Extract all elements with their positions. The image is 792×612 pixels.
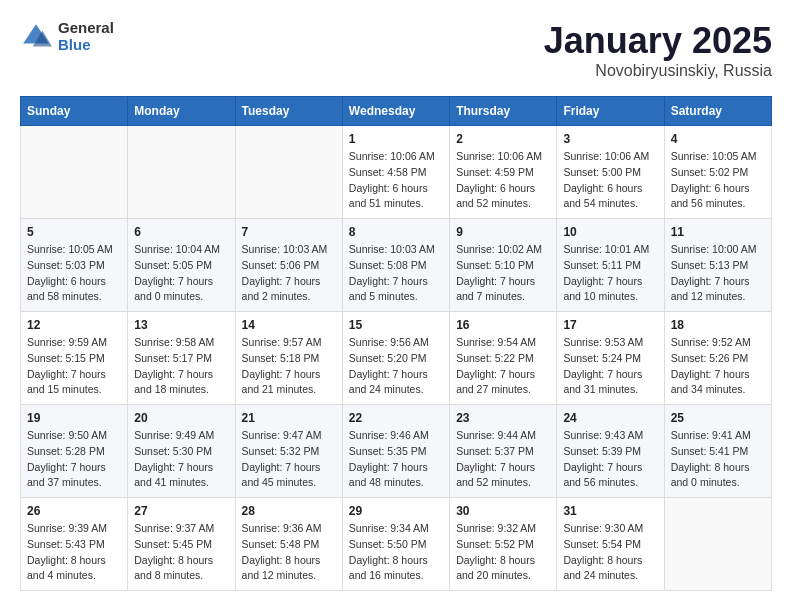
day-info: Sunrise: 9:57 AM Sunset: 5:18 PM Dayligh… [242,335,336,398]
calendar-cell: 23Sunrise: 9:44 AM Sunset: 5:37 PM Dayli… [450,405,557,498]
day-number: 29 [349,504,443,518]
day-number: 20 [134,411,228,425]
calendar-title: January 2025 [544,20,772,62]
calendar-body: 1Sunrise: 10:06 AM Sunset: 4:58 PM Dayli… [21,126,772,591]
calendar-header: SundayMondayTuesdayWednesdayThursdayFrid… [21,97,772,126]
day-of-week-header: Friday [557,97,664,126]
day-info: Sunrise: 9:53 AM Sunset: 5:24 PM Dayligh… [563,335,657,398]
day-info: Sunrise: 9:39 AM Sunset: 5:43 PM Dayligh… [27,521,121,584]
calendar-cell: 13Sunrise: 9:58 AM Sunset: 5:17 PM Dayli… [128,312,235,405]
day-info: Sunrise: 10:06 AM Sunset: 4:59 PM Daylig… [456,149,550,212]
calendar-cell: 19Sunrise: 9:50 AM Sunset: 5:28 PM Dayli… [21,405,128,498]
day-number: 31 [563,504,657,518]
day-of-week-header: Sunday [21,97,128,126]
calendar-cell: 29Sunrise: 9:34 AM Sunset: 5:50 PM Dayli… [342,498,449,591]
calendar-cell: 20Sunrise: 9:49 AM Sunset: 5:30 PM Dayli… [128,405,235,498]
day-number: 14 [242,318,336,332]
day-number: 28 [242,504,336,518]
day-info: Sunrise: 10:04 AM Sunset: 5:05 PM Daylig… [134,242,228,305]
day-info: Sunrise: 10:06 AM Sunset: 4:58 PM Daylig… [349,149,443,212]
calendar-cell: 10Sunrise: 10:01 AM Sunset: 5:11 PM Dayl… [557,219,664,312]
day-of-week-header: Monday [128,97,235,126]
day-info: Sunrise: 9:52 AM Sunset: 5:26 PM Dayligh… [671,335,765,398]
day-number: 13 [134,318,228,332]
day-of-week-header: Wednesday [342,97,449,126]
calendar-week-row: 5Sunrise: 10:05 AM Sunset: 5:03 PM Dayli… [21,219,772,312]
day-number: 21 [242,411,336,425]
day-info: Sunrise: 10:01 AM Sunset: 5:11 PM Daylig… [563,242,657,305]
day-number: 24 [563,411,657,425]
day-number: 8 [349,225,443,239]
calendar-cell: 27Sunrise: 9:37 AM Sunset: 5:45 PM Dayli… [128,498,235,591]
calendar-cell: 21Sunrise: 9:47 AM Sunset: 5:32 PM Dayli… [235,405,342,498]
day-number: 7 [242,225,336,239]
day-info: Sunrise: 9:59 AM Sunset: 5:15 PM Dayligh… [27,335,121,398]
day-number: 16 [456,318,550,332]
day-number: 27 [134,504,228,518]
day-number: 30 [456,504,550,518]
calendar-cell: 22Sunrise: 9:46 AM Sunset: 5:35 PM Dayli… [342,405,449,498]
day-info: Sunrise: 9:50 AM Sunset: 5:28 PM Dayligh… [27,428,121,491]
calendar-cell: 11Sunrise: 10:00 AM Sunset: 5:13 PM Dayl… [664,219,771,312]
day-number: 17 [563,318,657,332]
day-info: Sunrise: 9:54 AM Sunset: 5:22 PM Dayligh… [456,335,550,398]
day-info: Sunrise: 10:05 AM Sunset: 5:03 PM Daylig… [27,242,121,305]
day-info: Sunrise: 10:03 AM Sunset: 5:08 PM Daylig… [349,242,443,305]
calendar-cell: 30Sunrise: 9:32 AM Sunset: 5:52 PM Dayli… [450,498,557,591]
page-header: General Blue January 2025 Novobiryusinsk… [20,20,772,80]
logo: General Blue [20,20,114,53]
day-number: 25 [671,411,765,425]
logo-blue-label: Blue [58,37,114,54]
calendar-location: Novobiryusinskiy, Russia [544,62,772,80]
calendar-cell [235,126,342,219]
calendar-cell: 9Sunrise: 10:02 AM Sunset: 5:10 PM Dayli… [450,219,557,312]
day-info: Sunrise: 9:41 AM Sunset: 5:41 PM Dayligh… [671,428,765,491]
day-number: 1 [349,132,443,146]
day-info: Sunrise: 9:46 AM Sunset: 5:35 PM Dayligh… [349,428,443,491]
calendar-cell: 24Sunrise: 9:43 AM Sunset: 5:39 PM Dayli… [557,405,664,498]
day-number: 12 [27,318,121,332]
calendar-cell: 12Sunrise: 9:59 AM Sunset: 5:15 PM Dayli… [21,312,128,405]
calendar-cell: 3Sunrise: 10:06 AM Sunset: 5:00 PM Dayli… [557,126,664,219]
calendar-cell: 14Sunrise: 9:57 AM Sunset: 5:18 PM Dayli… [235,312,342,405]
calendar-table: SundayMondayTuesdayWednesdayThursdayFrid… [20,96,772,591]
day-number: 6 [134,225,228,239]
calendar-cell: 25Sunrise: 9:41 AM Sunset: 5:41 PM Dayli… [664,405,771,498]
calendar-cell: 4Sunrise: 10:05 AM Sunset: 5:02 PM Dayli… [664,126,771,219]
calendar-cell: 6Sunrise: 10:04 AM Sunset: 5:05 PM Dayli… [128,219,235,312]
title-block: January 2025 Novobiryusinskiy, Russia [544,20,772,80]
calendar-cell: 31Sunrise: 9:30 AM Sunset: 5:54 PM Dayli… [557,498,664,591]
day-number: 9 [456,225,550,239]
calendar-cell: 16Sunrise: 9:54 AM Sunset: 5:22 PM Dayli… [450,312,557,405]
calendar-week-row: 12Sunrise: 9:59 AM Sunset: 5:15 PM Dayli… [21,312,772,405]
calendar-week-row: 1Sunrise: 10:06 AM Sunset: 4:58 PM Dayli… [21,126,772,219]
day-number: 11 [671,225,765,239]
day-info: Sunrise: 9:37 AM Sunset: 5:45 PM Dayligh… [134,521,228,584]
calendar-cell: 7Sunrise: 10:03 AM Sunset: 5:06 PM Dayli… [235,219,342,312]
day-info: Sunrise: 9:34 AM Sunset: 5:50 PM Dayligh… [349,521,443,584]
day-info: Sunrise: 9:58 AM Sunset: 5:17 PM Dayligh… [134,335,228,398]
day-number: 19 [27,411,121,425]
day-info: Sunrise: 9:56 AM Sunset: 5:20 PM Dayligh… [349,335,443,398]
day-of-week-header: Saturday [664,97,771,126]
calendar-cell: 2Sunrise: 10:06 AM Sunset: 4:59 PM Dayli… [450,126,557,219]
calendar-week-row: 26Sunrise: 9:39 AM Sunset: 5:43 PM Dayli… [21,498,772,591]
calendar-cell: 1Sunrise: 10:06 AM Sunset: 4:58 PM Dayli… [342,126,449,219]
logo-text: General Blue [58,20,114,53]
calendar-cell: 26Sunrise: 9:39 AM Sunset: 5:43 PM Dayli… [21,498,128,591]
calendar-cell [21,126,128,219]
day-info: Sunrise: 9:32 AM Sunset: 5:52 PM Dayligh… [456,521,550,584]
day-number: 2 [456,132,550,146]
day-number: 3 [563,132,657,146]
day-of-week-header: Tuesday [235,97,342,126]
day-info: Sunrise: 9:43 AM Sunset: 5:39 PM Dayligh… [563,428,657,491]
day-number: 26 [27,504,121,518]
day-info: Sunrise: 10:06 AM Sunset: 5:00 PM Daylig… [563,149,657,212]
day-info: Sunrise: 10:05 AM Sunset: 5:02 PM Daylig… [671,149,765,212]
calendar-cell: 17Sunrise: 9:53 AM Sunset: 5:24 PM Dayli… [557,312,664,405]
calendar-week-row: 19Sunrise: 9:50 AM Sunset: 5:28 PM Dayli… [21,405,772,498]
day-info: Sunrise: 9:36 AM Sunset: 5:48 PM Dayligh… [242,521,336,584]
day-header-row: SundayMondayTuesdayWednesdayThursdayFrid… [21,97,772,126]
day-number: 15 [349,318,443,332]
day-number: 23 [456,411,550,425]
